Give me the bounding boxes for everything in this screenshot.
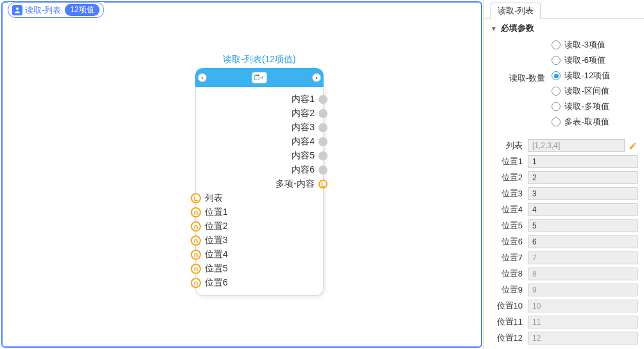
param-input[interactable]: 10 bbox=[528, 300, 638, 312]
node-input-label: 位置4 bbox=[205, 249, 228, 260]
node-header[interactable] bbox=[195, 68, 324, 87]
param-input[interactable]: 12 bbox=[528, 332, 638, 345]
param-label: 列表 bbox=[491, 140, 523, 151]
radio-option[interactable]: 读取-多项值 bbox=[552, 101, 610, 112]
node-input-pin[interactable]: L bbox=[191, 193, 201, 203]
node-output-row: 内容2 bbox=[196, 106, 323, 121]
node-input-label: 位置2 bbox=[205, 221, 228, 232]
node-output-label: 内容6 bbox=[292, 164, 315, 176]
param-row: 位置33 bbox=[491, 187, 638, 200]
param-label: 位置7 bbox=[491, 252, 523, 264]
node-title: 读取-列表(12项值) bbox=[195, 54, 324, 65]
radio-circle-icon bbox=[552, 71, 561, 80]
section-header-required[interactable]: ▼ 必填参数 bbox=[491, 22, 638, 34]
node-output-label: 内容1 bbox=[292, 94, 315, 105]
param-input[interactable]: 8 bbox=[528, 268, 638, 280]
param-input[interactable]: 5 bbox=[528, 219, 638, 232]
param-label: 位置2 bbox=[491, 172, 523, 183]
radio-circle-icon bbox=[552, 40, 561, 49]
radio-option[interactable]: 多表-取项值 bbox=[552, 116, 610, 128]
node-output-row: 多项-内容L bbox=[196, 177, 323, 191]
node-output-pin[interactable] bbox=[318, 123, 327, 132]
param-label: 位置12 bbox=[491, 332, 523, 344]
param-row: 位置22 bbox=[491, 171, 638, 184]
param-input[interactable]: 11 bbox=[528, 316, 638, 328]
param-row: 位置11 bbox=[491, 155, 638, 168]
param-row: 位置1111 bbox=[491, 316, 638, 328]
node-input-label: 位置3 bbox=[205, 235, 228, 246]
param-input[interactable]: 9 bbox=[528, 284, 638, 296]
param-row: 位置66 bbox=[491, 235, 638, 248]
collapse-triangle-icon: ▼ bbox=[491, 25, 497, 32]
node-output-pin[interactable] bbox=[318, 95, 327, 104]
node-input-pin[interactable]: n bbox=[191, 235, 201, 246]
radio-group-count: 读取-数量 读取-3项值读取-6项值读取-12项值读取-区间值读取-多项值多表-… bbox=[503, 39, 638, 132]
canvas-tab-badge: 12项值 bbox=[65, 4, 99, 16]
node-output-row: 内容5 bbox=[196, 149, 323, 163]
param-label: 位置1 bbox=[491, 156, 523, 167]
param-input[interactable]: 3 bbox=[528, 187, 638, 200]
param-input[interactable]: 1 bbox=[528, 155, 638, 168]
param-input[interactable]: 2 bbox=[528, 171, 638, 184]
svg-rect-1 bbox=[255, 76, 259, 80]
param-label: 位置5 bbox=[491, 220, 523, 232]
radio-option[interactable]: 读取-6项值 bbox=[552, 55, 610, 66]
section-title: 必填参数 bbox=[501, 22, 534, 34]
canvas-area[interactable]: 读取-列表 12项值 读取-列表(12项值) 内容1内容2内容3内容4内容5内容… bbox=[1, 1, 482, 348]
node-input-pin[interactable]: n bbox=[191, 221, 201, 232]
node-output-label: 内容3 bbox=[292, 122, 315, 133]
node-output-label: 多项-内容 bbox=[275, 178, 315, 190]
node-port-in[interactable] bbox=[198, 73, 207, 82]
param-input[interactable]: 6 bbox=[528, 235, 638, 248]
edit-icon[interactable] bbox=[627, 140, 638, 151]
node-output-row: 内容3 bbox=[196, 121, 323, 135]
node-body: 内容1内容2内容3内容4内容5内容6多项-内容L L列表n位置1n位置2n位置3… bbox=[195, 87, 324, 296]
node-output-pin[interactable] bbox=[318, 166, 327, 174]
param-row: 位置44 bbox=[491, 203, 638, 216]
param-row: 位置88 bbox=[491, 268, 638, 280]
node-output-row: 内容1 bbox=[196, 92, 323, 106]
radio-option[interactable]: 读取-区间值 bbox=[552, 85, 610, 97]
node-input-pin[interactable]: n bbox=[191, 264, 201, 274]
properties-panel: 读取-列表 ▼ 必填参数 读取-数量 读取-3项值读取-6项值读取-12项值读取… bbox=[483, 0, 644, 349]
node-port-out[interactable] bbox=[312, 73, 321, 82]
node-input-pin[interactable]: n bbox=[191, 278, 201, 288]
radio-option[interactable]: 读取-12项值 bbox=[552, 70, 610, 81]
node-output-pin[interactable] bbox=[318, 151, 327, 160]
node-output-row: 内容4 bbox=[196, 135, 323, 149]
param-row: 位置77 bbox=[491, 251, 638, 264]
node-input-pin[interactable]: n bbox=[191, 207, 201, 217]
node-input-label: 列表 bbox=[205, 192, 223, 204]
node-input-label: 位置6 bbox=[205, 277, 228, 289]
param-label: 位置3 bbox=[491, 188, 523, 200]
param-row: 位置55 bbox=[491, 219, 638, 232]
radio-circle-icon bbox=[552, 117, 561, 126]
node-input-row: n位置4 bbox=[196, 248, 323, 262]
radio-circle-icon bbox=[552, 102, 561, 111]
node-input-row: n位置3 bbox=[196, 234, 323, 248]
svg-point-0 bbox=[16, 7, 19, 10]
node-output-label: 内容2 bbox=[292, 108, 315, 119]
svg-rect-2 bbox=[256, 74, 257, 76]
param-row: 位置1212 bbox=[491, 332, 638, 345]
person-icon bbox=[12, 5, 22, 15]
node-input-row: n位置5 bbox=[196, 262, 323, 276]
radio-option[interactable]: 读取-3项值 bbox=[552, 39, 610, 51]
node-input-label: 位置1 bbox=[205, 207, 228, 218]
node-input-row: L列表 bbox=[196, 191, 323, 205]
radio-label: 读取-3项值 bbox=[564, 39, 605, 51]
node-output-pin[interactable] bbox=[318, 109, 327, 118]
canvas-tab[interactable]: 读取-列表 12项值 bbox=[8, 2, 104, 18]
node-block[interactable]: 读取-列表(12项值) 内容1内容2内容3内容4内容5内容6多项-内容L L列表… bbox=[195, 54, 324, 296]
panel-tab[interactable]: 读取-列表 bbox=[491, 3, 541, 19]
radio-circle-icon bbox=[552, 87, 561, 96]
param-input[interactable]: 4 bbox=[528, 203, 638, 216]
node-output-pin[interactable]: L bbox=[318, 180, 327, 189]
node-input-row: n位置1 bbox=[196, 205, 323, 219]
node-output-pin[interactable] bbox=[318, 137, 327, 146]
param-row: 位置99 bbox=[491, 284, 638, 296]
radio-label: 读取-区间值 bbox=[564, 85, 609, 97]
node-input-pin[interactable]: n bbox=[191, 250, 201, 260]
param-input[interactable]: 7 bbox=[528, 251, 638, 264]
param-input[interactable]: [1,2,3,4] bbox=[528, 139, 625, 152]
